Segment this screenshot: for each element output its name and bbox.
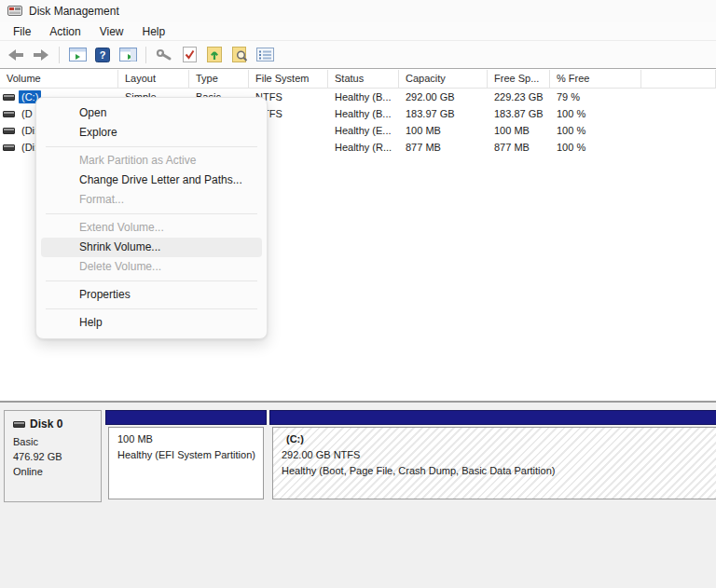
disk-status: Online (13, 464, 101, 479)
export-list-icon[interactable] (204, 45, 225, 65)
menu-item-delete-volume: Delete Volume... (41, 257, 262, 277)
toolbar-separator (59, 47, 60, 63)
menu-bar: File Action View Help (0, 22, 716, 41)
cell-capacity: 877 MB (399, 142, 488, 153)
volume-list-header: Volume Layout Type File System Status Ca… (0, 70, 716, 89)
col-header-type[interactable]: Type (189, 70, 249, 89)
graphical-view-pane: Disk 0 Basic 476.92 GB Online 100 MB Hea… (0, 403, 716, 588)
col-header-file-system[interactable]: File System (249, 70, 328, 89)
col-header-free-space[interactable]: Free Sp... (488, 70, 550, 89)
cell-capacity: 100 MB (399, 125, 488, 136)
cell-pct-free: 79 % (550, 91, 641, 103)
volume-context-menu: Open Explore Mark Partition as Active Ch… (35, 97, 268, 339)
menu-separator (46, 280, 257, 281)
col-header-capacity[interactable]: Capacity (399, 70, 488, 89)
cell-capacity: 292.00 GB (399, 91, 488, 103)
volume-icon (3, 144, 15, 151)
window-title: Disk Management (29, 5, 119, 18)
col-header-pct-free[interactable]: % Free (550, 70, 641, 89)
properties-icon[interactable] (255, 45, 275, 65)
disk-icon (13, 421, 25, 428)
partition-status: Healthy (EFI System Partition) (117, 447, 255, 463)
cell-pct-free: 100 % (550, 125, 641, 136)
show-action-pane-icon[interactable] (117, 45, 138, 65)
menu-item-help[interactable]: Help (41, 313, 262, 333)
menu-file[interactable]: File (4, 23, 40, 40)
disk-type: Basic (13, 434, 101, 449)
menu-item-mark-partition-active: Mark Partition as Active (41, 151, 262, 171)
col-header-layout[interactable]: Layout (118, 70, 189, 89)
help-icon[interactable]: ? (92, 45, 113, 65)
cell-capacity: 183.97 GB (399, 108, 488, 119)
find-icon[interactable] (229, 45, 250, 65)
cell-pct-free: 100 % (550, 108, 641, 119)
menu-item-shrink-volume[interactable]: Shrink Volume... (41, 238, 262, 257)
menu-item-properties[interactable]: Properties (41, 285, 262, 305)
col-header-volume[interactable]: Volume (0, 70, 118, 89)
col-header-status[interactable]: Status (328, 70, 399, 89)
partition-color-bar (105, 410, 267, 425)
show-console-tree-icon[interactable] (67, 45, 88, 65)
menu-separator (46, 146, 257, 147)
disk0-panel[interactable]: Disk 0 Basic 476.92 GB Online (4, 410, 102, 502)
partition-c[interactable]: (C:) 292.00 GB NTFS Healthy (Boot, Page … (269, 410, 716, 502)
menu-item-change-drive-letter[interactable]: Change Drive Letter and Paths... (41, 171, 262, 190)
partition-color-bar (269, 410, 716, 425)
disk-name: Disk 0 (30, 417, 62, 431)
disk-management-window: Disk Management File Action View Help ? (0, 0, 716, 588)
partition-efi[interactable]: 100 MB Healthy (EFI System Partition) (105, 410, 267, 502)
volume-icon (3, 128, 15, 134)
task-check-icon[interactable] (179, 45, 200, 65)
app-icon (7, 5, 22, 19)
back-icon[interactable] (6, 45, 26, 65)
forward-icon[interactable] (31, 45, 51, 65)
menu-item-format: Format... (41, 190, 262, 210)
cell-free-space: 183.87 GB (488, 108, 550, 119)
menu-separator (46, 213, 257, 214)
volume-icon (3, 94, 15, 101)
cell-status: Healthy (E... (328, 125, 399, 136)
menu-separator (46, 308, 257, 309)
volume-icon (3, 111, 15, 117)
disk-size: 476.92 GB (13, 449, 101, 464)
menu-item-extend-volume: Extend Volume... (41, 218, 262, 238)
cell-status: Healthy (B... (328, 108, 399, 119)
menu-item-explore[interactable]: Explore (41, 123, 262, 143)
title-bar: Disk Management (0, 0, 716, 22)
menu-view[interactable]: View (90, 23, 133, 40)
partition-name: (C:) (282, 431, 709, 447)
col-header-filler (641, 70, 716, 89)
menu-action[interactable]: Action (40, 23, 90, 40)
cell-free-space: 100 MB (488, 125, 550, 136)
cell-free-space: 229.23 GB (488, 91, 550, 103)
wrench-icon[interactable] (154, 45, 174, 65)
menu-item-open[interactable]: Open (41, 103, 262, 123)
menu-help[interactable]: Help (133, 23, 175, 40)
svg-text:?: ? (100, 49, 106, 61)
cell-status: Healthy (R... (328, 142, 399, 153)
toolbar: ? (0, 41, 716, 68)
toolbar-separator (145, 47, 146, 63)
cell-pct-free: 100 % (550, 142, 641, 153)
partition-size: 292.00 GB NTFS (282, 447, 709, 463)
volume-label: (D (19, 107, 35, 120)
partition-status: Healthy (Boot, Page File, Crash Dump, Ba… (282, 463, 709, 479)
partition-size: 100 MB (117, 431, 255, 447)
cell-status: Healthy (B... (328, 91, 399, 103)
cell-free-space: 877 MB (488, 142, 550, 153)
